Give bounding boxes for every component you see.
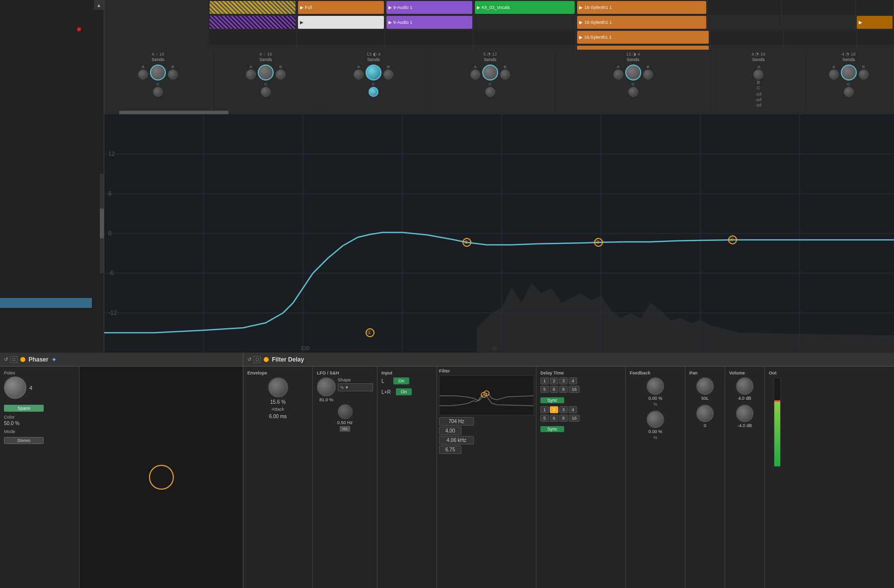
senda-knob[interactable]: [753, 70, 763, 79]
clip-slot-8-2[interactable]: ▶: [856, 15, 894, 30]
ch5-knob-b[interactable]: [643, 70, 653, 79]
phaser-refresh-btn[interactable]: ↺: [4, 357, 8, 362]
empty-6-3[interactable]: [710, 30, 784, 45]
ch2-knob-a[interactable]: [246, 70, 256, 79]
delay-btn-lr-2[interactable]: 2: [550, 406, 558, 413]
delay-btn-l-5[interactable]: 5: [540, 386, 549, 393]
lfo-hz-btn[interactable]: Hz: [340, 426, 351, 432]
volume-lr-knob[interactable]: [736, 405, 753, 422]
ch4-knob-b[interactable]: [500, 70, 510, 79]
filter-q-l[interactable]: 4.00: [439, 427, 461, 435]
ch-l-on-btn[interactable]: On: [393, 377, 409, 384]
space-btn[interactable]: Space: [4, 405, 44, 412]
clip-slot-3-2[interactable]: ▶ 9-Audio 1: [385, 15, 474, 30]
delay-btn-lr-8[interactable]: 8: [559, 415, 568, 422]
feedback-lr-knob[interactable]: [647, 411, 664, 428]
lfo-rate-knob[interactable]: [338, 404, 353, 419]
ch5-knob-main[interactable]: [625, 65, 641, 80]
clip-slot-1-2[interactable]: [209, 15, 297, 30]
ch-lr-on-btn[interactable]: On: [396, 388, 412, 395]
pan-lr-knob[interactable]: [696, 405, 714, 422]
delay-btn-lr-1[interactable]: 1: [540, 406, 549, 413]
play-icon-1: ▶: [300, 5, 303, 10]
clip-slot-4-2[interactable]: [474, 15, 577, 30]
delay-btn-l-3[interactable]: 3: [559, 377, 568, 384]
poles-knob[interactable]: [4, 376, 26, 399]
filter-delay-body: Envelope 15.6 % Attack 6.00 ms LFO / S&H…: [243, 367, 894, 588]
delay-btn-lr-6[interactable]: 6: [550, 415, 558, 422]
delay-btn-l-4[interactable]: 4: [569, 377, 577, 384]
empty-4-3[interactable]: [473, 30, 576, 45]
envelope-knob[interactable]: [268, 377, 288, 397]
master-knob-c[interactable]: [844, 87, 854, 97]
fd-refresh-btn[interactable]: ↺: [247, 357, 251, 362]
lfo-shape-selector[interactable]: ∿ ▾: [338, 383, 373, 391]
feedback-l-knob[interactable]: [647, 377, 664, 395]
sync-lr-btn[interactable]: Sync: [540, 426, 564, 432]
volume-l-knob[interactable]: [736, 377, 753, 395]
delay-btn-l-1[interactable]: 1: [540, 377, 549, 384]
delay-btn-lr-3[interactable]: 3: [559, 406, 568, 413]
ch2-knob-b[interactable]: [276, 70, 286, 79]
clip-slot-7-1[interactable]: [782, 0, 856, 15]
ch3-knob-main[interactable]: [366, 65, 381, 80]
ch2-knob-c[interactable]: [261, 87, 271, 97]
filter-freq-lr[interactable]: 4.06 kHz: [439, 436, 474, 444]
scroll-up-button[interactable]: ▲: [94, 0, 104, 10]
pan-l-knob[interactable]: [696, 377, 714, 395]
ch2-knob-main[interactable]: [258, 65, 274, 80]
ch-lr-label: L+R: [381, 389, 394, 395]
ch1-knob-b[interactable]: [168, 70, 178, 79]
clip-slot-5-2[interactable]: ▶ 16-Sylenth1 1: [576, 15, 707, 30]
sync-l-btn[interactable]: Sync: [540, 397, 564, 403]
ph-mode-dropdown[interactable]: Stereo: [4, 437, 44, 444]
clip-slot-3-1[interactable]: ▶ 9-Audio 1: [385, 0, 474, 15]
empty-7-3[interactable]: [784, 30, 857, 45]
ch4-knob-a[interactable]: [470, 70, 480, 79]
empty-1-3[interactable]: [209, 30, 297, 45]
delay-btn-l-16[interactable]: 16: [569, 386, 580, 393]
clip-slot-5-3[interactable]: ▶ 16-Sylenth1 1: [576, 30, 710, 45]
ch3-knob-b[interactable]: [383, 70, 393, 79]
clip-slot-2-1[interactable]: ▶ Full: [297, 0, 385, 15]
fd-volume-section: Volume 4.0 dB -4.0 dB: [725, 367, 765, 588]
delay-btn-l-6[interactable]: 6: [550, 386, 558, 393]
delay-btn-lr-4[interactable]: 4: [569, 406, 577, 413]
clip-slot-8-1[interactable]: [856, 0, 894, 15]
ch5-knob-a[interactable]: [613, 70, 623, 79]
delay-btn-lr-16[interactable]: 16: [569, 415, 580, 422]
clip-slot-6-1[interactable]: [708, 0, 782, 15]
ch3-knob-c[interactable]: [369, 87, 378, 97]
clip-slot-4-1[interactable]: ▶ Kit_03_Vocals: [474, 0, 577, 15]
filter-q-lr[interactable]: 6.75: [439, 445, 461, 454]
out-label: Out: [769, 370, 786, 375]
ch5-knob-c[interactable]: [628, 87, 638, 97]
ch4-knob-main[interactable]: [482, 65, 498, 80]
scroll-up-icon: ▲: [96, 2, 101, 8]
filter-freq-l[interactable]: 704 Hz: [439, 417, 474, 426]
empty-3-3[interactable]: [385, 30, 473, 45]
ch4-knob-c[interactable]: [485, 87, 495, 97]
clip-slot-1-1[interactable]: [209, 0, 297, 15]
scrollbar-track: [100, 174, 104, 273]
delay-btn-l-8[interactable]: 8: [559, 386, 568, 393]
empty-8-3[interactable]: [857, 30, 894, 45]
delay-btn-lr-5[interactable]: 5: [540, 415, 549, 422]
scrollbar-thumb[interactable]: [100, 209, 104, 238]
empty-2-3[interactable]: [297, 30, 385, 45]
clip-slot-7-2[interactable]: [782, 15, 856, 30]
clip-slot-5-1[interactable]: ▶ 16-Sylenth1 1: [576, 0, 707, 15]
fd-save-btn[interactable]: □: [253, 356, 261, 363]
master-knob-a[interactable]: [829, 70, 839, 79]
clip-slot-6-2[interactable]: [708, 15, 782, 30]
master-knob-b[interactable]: [859, 70, 869, 79]
clip-slot-2-2[interactable]: ▶: [297, 15, 385, 30]
phaser-save-btn[interactable]: □: [10, 356, 17, 363]
delay-btn-l-2[interactable]: 2: [550, 377, 558, 384]
ch1-knob-main[interactable]: [150, 65, 166, 80]
master-knob-main[interactable]: [841, 65, 857, 80]
ch3-knob-a[interactable]: [354, 70, 364, 79]
ch1-knob-a[interactable]: [138, 70, 148, 79]
ch1-knob-c[interactable]: [153, 87, 163, 97]
lfo-amount-knob[interactable]: [317, 377, 336, 396]
